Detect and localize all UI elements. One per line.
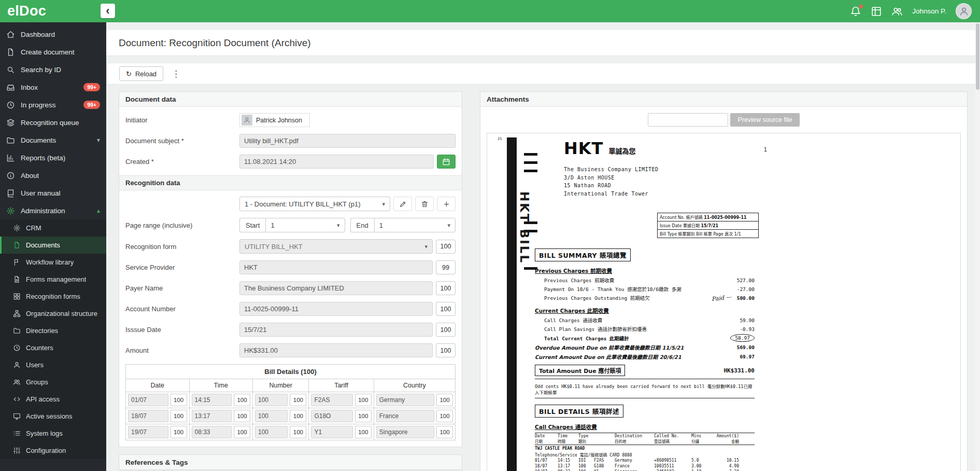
end-value: 1: [379, 221, 383, 229]
attachment-filename-input[interactable]: [648, 113, 728, 127]
delete-recognition-button[interactable]: [415, 197, 434, 211]
service-provider-input[interactable]: HKT: [239, 260, 433, 274]
cell-value[interactable]: G18O: [311, 410, 352, 422]
calendar-button[interactable]: [437, 155, 456, 169]
cell-value[interactable]: 01/07: [128, 394, 168, 406]
column-header: Type類別: [578, 434, 594, 444]
add-recognition-button[interactable]: [437, 197, 456, 211]
cell-value[interactable]: 100: [255, 426, 288, 438]
sidebar-item-create-document[interactable]: Create document: [0, 43, 106, 61]
sidebar-item-search-by-id[interactable]: Search by ID: [0, 61, 106, 78]
payer-address: The Business Company LIMITED 3/D Aston H…: [564, 165, 659, 198]
user-name[interactable]: Johnson P.: [912, 7, 946, 15]
info-icon: [6, 171, 15, 180]
sidebar-item-active-sessions[interactable]: Active sessions: [0, 408, 106, 425]
line-amount: 500.00: [737, 295, 755, 301]
sidebar-item-dashboard[interactable]: Dashboard: [0, 25, 106, 43]
bill-body: BILL SUMMARY 賬項總覽 Previous Charges 前期收費 …: [535, 248, 755, 471]
sidebar-item-reports[interactable]: Reports (beta): [0, 149, 106, 167]
edit-recognition-button[interactable]: [393, 197, 412, 211]
more-actions-button[interactable]: ⋮: [169, 68, 182, 79]
account-number-input[interactable]: 11-0025-00999-11: [239, 302, 433, 316]
start-page-select[interactable]: 1 ▾: [265, 218, 345, 232]
document-icon: [13, 241, 21, 249]
sidebar-item-users[interactable]: Users: [0, 356, 106, 373]
call-row: 18/0713:17100G180France100355113.004.90: [535, 463, 755, 469]
recognition-form-select[interactable]: UTILITY BILL_HKT ▾: [239, 239, 433, 254]
sidebar-item-admin-documents[interactable]: Documents: [0, 237, 106, 254]
line-label: Overdue Amount Due on 前單收費最後繳款日期 11/5/21: [535, 343, 737, 351]
cell-value[interactable]: 13:17: [192, 410, 232, 422]
refresh-icon: ↻: [126, 70, 132, 78]
cell-confidence: 100: [290, 426, 306, 438]
scrollbar-thumb[interactable]: [976, 23, 979, 90]
cell-value[interactable]: Singapore: [376, 426, 434, 438]
sidebar-item-inbox[interactable]: Inbox 99+: [0, 78, 106, 96]
amount-input[interactable]: HK$331.00: [239, 343, 433, 357]
confidence-value: 99: [436, 260, 456, 274]
sidebar-item-groups[interactable]: Groups: [0, 373, 106, 391]
scrollbar[interactable]: [975, 22, 980, 471]
notifications-button[interactable]: [850, 6, 861, 17]
recognition-document-select[interactable]: 1 - Document: UTILITY BILL_HKT (p1) ▾: [239, 197, 390, 211]
sidebar-item-configuration[interactable]: Configuration: [0, 442, 106, 459]
cell-value[interactable]: 14:15: [192, 394, 232, 406]
sidebar-item-system-logs[interactable]: System logs: [0, 425, 106, 442]
apps-grid-button[interactable]: [871, 6, 882, 17]
sidebar-item-counters[interactable]: Counters: [0, 339, 106, 356]
plus-icon: [443, 200, 450, 208]
cell-value[interactable]: Germany: [376, 394, 434, 406]
service-provider-row: Service Provider HKT 99: [125, 260, 456, 274]
reload-button[interactable]: ↻ Reload: [119, 66, 163, 81]
sidebar-item-administration[interactable]: Administration ▴: [0, 202, 106, 219]
sidebar-item-in-progress[interactable]: In progress 99+: [0, 96, 106, 114]
end-page-select[interactable]: 1 ▾: [374, 218, 456, 232]
cell-value[interactable]: 18/07: [128, 410, 168, 422]
attachment-preview[interactable]: 25 HKT BILL 1 HKT 單誠為您: [487, 133, 961, 471]
user-avatar[interactable]: [956, 3, 972, 19]
address-line: 3/D Aston HOUSE: [564, 174, 659, 182]
preview-source-file-button[interactable]: Preview source file: [730, 113, 800, 127]
issue-date-input[interactable]: 15/7/21: [239, 323, 433, 337]
document-subject-input[interactable]: Utility bill_HKT.pdf: [239, 134, 456, 148]
sidebar-item-recognition-forms[interactable]: Recognition forms: [0, 288, 106, 305]
new-document-icon: [6, 48, 15, 57]
sidebar-item-crm[interactable]: CRM: [0, 219, 106, 237]
sidebar-item-label: Inbox: [21, 84, 38, 91]
created-input[interactable]: 11.08.2021 14:20: [239, 155, 434, 169]
line-label: Total Current Charges 此期總計: [544, 335, 730, 342]
cell-value[interactable]: France: [376, 410, 434, 422]
table-row: 01/07100 14:15100 100100 F2AS100 Germany…: [126, 392, 456, 408]
sidebar-item-label: Create document: [21, 48, 75, 56]
site-line: TWJ CASTLE PEAK ROAD: [535, 446, 755, 451]
initiator-chip[interactable]: Patrick Johnson: [239, 113, 310, 127]
cell-value[interactable]: 19/07: [128, 426, 168, 438]
total-due-amount: HK$331.00: [723, 367, 755, 374]
sidebar-item-api-access[interactable]: API access: [0, 391, 106, 408]
call-charges-title: Call Charges 通話收費: [535, 423, 755, 431]
call-charges-table: Date日期 Time時間 Type類別 Destination目的地 Call…: [535, 433, 755, 471]
collapse-sidebar-button[interactable]: ‹: [101, 4, 115, 18]
page-header: Document: Recognition Document (Archive): [106, 30, 980, 56]
payer-name-input[interactable]: The Business Company LIMITED: [239, 281, 433, 295]
sidebar-item-forms-management[interactable]: Forms management: [0, 271, 106, 288]
sidebar-item-label: Recognition forms: [26, 293, 80, 300]
sidebar-item-workflow-library[interactable]: Workflow library: [0, 254, 106, 271]
sidebar-item-directories[interactable]: Directories: [0, 322, 106, 339]
cell-value[interactable]: 100: [255, 394, 288, 406]
cell-value[interactable]: F2AS: [311, 394, 352, 406]
document-data-header: Document data: [119, 92, 462, 107]
contacts-button[interactable]: [891, 6, 903, 17]
sidebar-item-recognition-queue[interactable]: Recognition queue: [0, 114, 106, 131]
cell-value[interactable]: 08:33: [192, 426, 232, 438]
search-icon: [6, 65, 15, 74]
cell-value[interactable]: Y1: [311, 426, 352, 438]
sidebar-item-user-manual[interactable]: User manual: [0, 184, 106, 202]
cell-value[interactable]: 100: [255, 410, 288, 422]
service-provider-label: Service Provider: [125, 264, 239, 271]
sidebar-item-documents[interactable]: Documents ▾: [0, 131, 106, 149]
sidebar-item-about[interactable]: About: [0, 167, 106, 184]
line-label: Call Charges 通話收費: [544, 316, 740, 324]
trash-icon: [421, 200, 429, 208]
sidebar-item-organizational-structure[interactable]: Organizational structure: [0, 305, 106, 322]
